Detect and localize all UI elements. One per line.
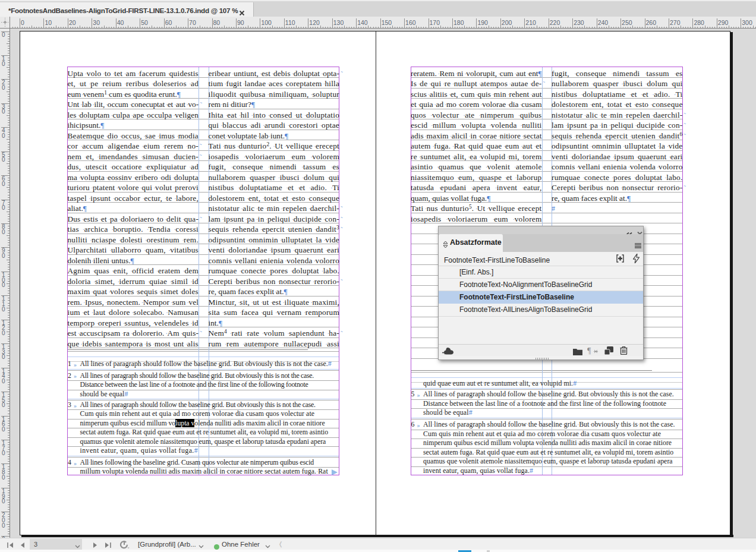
svg-text:¶: ¶ (587, 346, 591, 355)
